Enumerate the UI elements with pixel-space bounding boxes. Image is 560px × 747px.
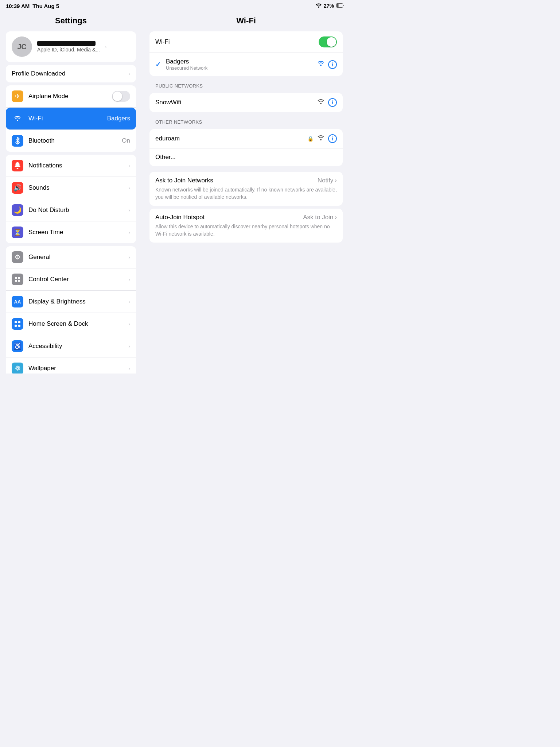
svg-point-4 bbox=[15, 277, 17, 279]
battery-icon bbox=[336, 3, 344, 9]
connected-info-btn[interactable]: i bbox=[328, 60, 337, 69]
ask-to-join-label: Ask to Join Networks bbox=[155, 177, 213, 184]
bluetooth-label: Bluetooth bbox=[28, 137, 117, 144]
displaybrightness-label: Display & Brightness bbox=[28, 298, 123, 305]
other-networks-card: eduroam 🔒 i Other... bbox=[149, 129, 343, 166]
donotdisturb-label: Do Not Disturb bbox=[28, 206, 123, 214]
public-networks-label: PUBLIC NETWORKS bbox=[142, 79, 350, 90]
screentime-row[interactable]: ⏳ Screen Time › bbox=[6, 221, 136, 243]
sidebar: Settings JC Apple ID, iCloud, Media &...… bbox=[0, 12, 142, 374]
airplane-toggle[interactable] bbox=[112, 91, 130, 102]
time: 10:39 AM bbox=[6, 3, 30, 9]
connected-network-row[interactable]: ✓ Badgers Unsecured Network i bbox=[149, 53, 343, 76]
airplane-mode-row[interactable]: ✈ Airplane Mode bbox=[6, 85, 136, 108]
notifications-row[interactable]: Notifications › bbox=[6, 155, 136, 177]
homescreen-row[interactable]: Home Screen & Dock › bbox=[6, 313, 136, 335]
wifi-status-icon bbox=[316, 3, 322, 9]
displaybrightness-chevron: › bbox=[128, 299, 130, 305]
controlcenter-chevron: › bbox=[128, 276, 130, 282]
general-settings-label: General bbox=[28, 253, 123, 261]
eduroam-info-btn[interactable]: i bbox=[328, 134, 337, 143]
wifi-toggle-knob bbox=[327, 37, 336, 47]
profile-subtitle: Apple ID, iCloud, Media &... bbox=[37, 47, 100, 53]
airplane-label: Airplane Mode bbox=[28, 93, 107, 100]
wifi-label: Wi-Fi bbox=[28, 115, 102, 122]
displaybrightness-row[interactable]: AA Display & Brightness › bbox=[6, 291, 136, 313]
svg-rect-10 bbox=[15, 325, 17, 327]
sidebar-title: Settings bbox=[0, 12, 142, 28]
accessibility-label: Accessibility bbox=[28, 342, 123, 350]
homescreen-label: Home Screen & Dock bbox=[28, 320, 123, 328]
profile-downloaded-label: Profile Downloaded bbox=[12, 70, 123, 77]
profile-downloaded-row[interactable]: Profile Downloaded › bbox=[6, 65, 136, 82]
accessibility-icon: ♿ bbox=[12, 340, 23, 352]
screentime-label: Screen Time bbox=[28, 229, 123, 236]
notifications-label: Notifications bbox=[28, 162, 123, 169]
airplane-toggle-knob bbox=[113, 92, 122, 101]
other-networks-label: OTHER NETWORKS bbox=[142, 115, 350, 126]
homescreen-icon bbox=[12, 318, 23, 330]
date: Thu Aug 5 bbox=[32, 3, 59, 9]
avatar: JC bbox=[12, 36, 32, 57]
svg-point-5 bbox=[18, 277, 20, 279]
auto-join-card: Auto-Join Hotspot Ask to Join › Allow th… bbox=[149, 209, 343, 243]
accessibility-chevron: › bbox=[128, 343, 130, 349]
svg-point-7 bbox=[18, 280, 20, 282]
sounds-row[interactable]: 🔊 Sounds › bbox=[6, 177, 136, 199]
wifi-toggle-row[interactable]: Wi-Fi bbox=[149, 31, 343, 53]
ask-to-join-value[interactable]: Notify › bbox=[318, 177, 337, 184]
wifi-toggle[interactable] bbox=[319, 36, 337, 47]
general-settings-chevron: › bbox=[128, 254, 130, 260]
accessibility-row[interactable]: ♿ Accessibility › bbox=[6, 335, 136, 357]
wifi-icon bbox=[12, 113, 23, 124]
eduroam-row[interactable]: eduroam 🔒 i bbox=[149, 129, 343, 148]
homescreen-chevron: › bbox=[128, 321, 130, 327]
notifications-icon bbox=[12, 160, 23, 171]
profile-downloaded-chevron: › bbox=[128, 71, 130, 77]
snowwifi-ssid: SnowWifi bbox=[155, 99, 314, 106]
wifi-toggle-card: Wi-Fi ✓ Badgers Unsecured Network bbox=[149, 31, 343, 76]
svg-rect-1 bbox=[337, 4, 339, 7]
other-network-row[interactable]: Other... bbox=[149, 148, 343, 166]
notifications-chevron: › bbox=[128, 163, 130, 169]
profile-downloaded-card: Profile Downloaded › bbox=[6, 65, 136, 82]
screentime-chevron: › bbox=[128, 229, 130, 235]
donotdisturb-chevron: › bbox=[128, 207, 130, 213]
displaybrightness-icon: AA bbox=[12, 296, 23, 307]
wallpaper-row[interactable]: ❁ Wallpaper › bbox=[6, 357, 136, 374]
snowwifi-row[interactable]: SnowWifi i bbox=[149, 93, 343, 112]
bluetooth-row[interactable]: Bluetooth On bbox=[6, 130, 136, 152]
controlcenter-icon bbox=[12, 274, 23, 285]
bluetooth-icon bbox=[12, 135, 23, 147]
connectivity-group: ✈ Airplane Mode Wi-Fi Badgers bbox=[6, 85, 136, 152]
controlcenter-row[interactable]: Control Center › bbox=[6, 268, 136, 291]
wifi-row[interactable]: Wi-Fi Badgers bbox=[6, 108, 136, 130]
general-settings-icon: ⚙ bbox=[12, 251, 23, 263]
profile-card[interactable]: JC Apple ID, iCloud, Media &... › bbox=[6, 31, 136, 62]
auto-join-value[interactable]: Ask to Join › bbox=[303, 214, 337, 221]
sounds-chevron: › bbox=[128, 185, 130, 191]
battery-text: 27% bbox=[324, 3, 334, 9]
controlcenter-label: Control Center bbox=[28, 276, 123, 283]
screentime-icon: ⏳ bbox=[12, 227, 23, 238]
public-networks-card: SnowWifi i bbox=[149, 93, 343, 112]
svg-point-13 bbox=[320, 103, 322, 104]
svg-rect-8 bbox=[15, 321, 17, 323]
general-settings-row[interactable]: ⚙ General › bbox=[6, 246, 136, 268]
auto-join-label: Auto-Join Hotspot bbox=[155, 214, 205, 221]
snowwifi-signal-icon bbox=[317, 99, 324, 107]
connected-checkmark: ✓ bbox=[155, 61, 161, 69]
ask-to-join-card: Ask to Join Networks Notify › Known netw… bbox=[149, 172, 343, 206]
status-bar: 10:39 AM Thu Aug 5 27% bbox=[0, 0, 350, 12]
wallpaper-label: Wallpaper bbox=[28, 365, 123, 372]
wifi-value: Badgers bbox=[107, 115, 130, 122]
svg-point-3 bbox=[17, 168, 19, 169]
auto-join-desc: Allow this device to automatically disco… bbox=[155, 223, 337, 237]
donotdisturb-row[interactable]: 🌙 Do Not Disturb › bbox=[6, 199, 136, 221]
sounds-icon: 🔊 bbox=[12, 182, 23, 194]
svg-point-12 bbox=[320, 65, 322, 66]
snowwifi-info-btn[interactable]: i bbox=[328, 98, 337, 107]
eduroam-signal-icon bbox=[317, 135, 324, 143]
connected-sub: Unsecured Network bbox=[166, 65, 314, 71]
auto-join-chevron: › bbox=[335, 214, 337, 221]
